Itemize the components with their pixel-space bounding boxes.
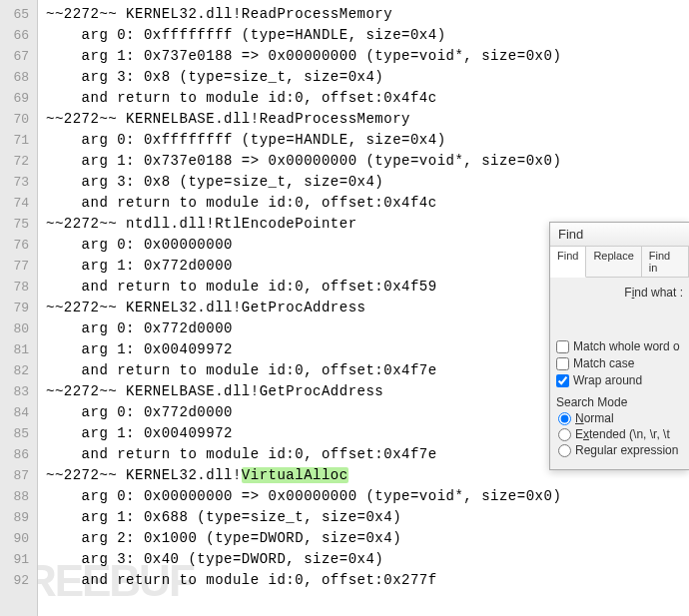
line-number: 65 (4, 4, 29, 25)
code-line[interactable]: arg 3: 0x8 (type=size_t, size=0x4) (46, 67, 689, 88)
code-line[interactable]: and return to module id:0, offset:0x4f4c (46, 193, 689, 214)
code-line[interactable]: arg 1: 0x737e0188 => 0x00000000 (type=vo… (46, 46, 689, 67)
code-line[interactable]: and return to module id:0, offset:0x277f (46, 570, 689, 591)
code-line[interactable]: ~~2272~~ KERNEL32.dll!ReadProcessMemory (46, 4, 689, 25)
line-number: 86 (4, 444, 29, 465)
line-number: 92 (4, 570, 29, 591)
line-number: 88 (4, 486, 29, 507)
line-number: 83 (4, 381, 29, 402)
line-number: 70 (4, 109, 29, 130)
code-line[interactable]: arg 2: 0x1000 (type=DWORD, size=0x4) (46, 528, 689, 549)
line-number: 81 (4, 339, 29, 360)
line-number-gutter: 6566676869707172737475767778798081828384… (0, 0, 38, 616)
line-number: 74 (4, 193, 29, 214)
match-case-checkbox[interactable]: Match case (556, 356, 683, 370)
match-whole-word-checkbox[interactable]: Match whole word o (556, 339, 683, 353)
line-number: 75 (4, 214, 29, 235)
line-number: 72 (4, 151, 29, 172)
code-line[interactable]: and return to module id:0, offset:0x4f4c (46, 88, 689, 109)
wrap-around-checkbox[interactable]: Wrap around (556, 373, 683, 387)
line-number: 80 (4, 318, 29, 339)
line-number: 71 (4, 130, 29, 151)
search-mode-extended-radio[interactable]: Extended (\n, \r, \t (558, 427, 683, 441)
radio-icon[interactable] (558, 428, 571, 441)
find-tab-find[interactable]: Find (550, 247, 586, 278)
search-mode-label: Search Mode (556, 395, 683, 409)
line-number: 91 (4, 549, 29, 570)
line-number: 85 (4, 423, 29, 444)
code-line[interactable]: arg 0: 0xffffffff (type=HANDLE, size=0x4… (46, 130, 689, 151)
find-tabs: FindReplaceFind in (550, 247, 689, 278)
line-number: 69 (4, 88, 29, 109)
code-line[interactable]: ~~2272~~ KERNELBASE.dll!ReadProcessMemor… (46, 109, 689, 130)
find-dialog-title: Find (550, 223, 689, 247)
code-line[interactable]: arg 3: 0x40 (type=DWORD, size=0x4) (46, 549, 689, 570)
line-number: 87 (4, 465, 29, 486)
find-dialog: Find FindReplaceFind in Find what : Matc… (549, 222, 689, 470)
line-number: 90 (4, 528, 29, 549)
line-number: 73 (4, 172, 29, 193)
find-tab-replace[interactable]: Replace (586, 247, 641, 277)
code-line[interactable]: arg 1: 0x737e0188 => 0x00000000 (type=vo… (46, 151, 689, 172)
line-number: 84 (4, 402, 29, 423)
line-number: 77 (4, 256, 29, 277)
checkbox-icon[interactable] (556, 374, 569, 387)
line-number: 66 (4, 25, 29, 46)
line-number: 76 (4, 235, 29, 256)
code-line[interactable]: arg 3: 0x8 (type=size_t, size=0x4) (46, 172, 689, 193)
checkbox-icon[interactable] (556, 340, 569, 353)
checkbox-icon[interactable] (556, 357, 569, 370)
line-number: 68 (4, 67, 29, 88)
radio-icon[interactable] (558, 412, 571, 425)
search-mode-regex-radio[interactable]: Regular expression (558, 443, 683, 457)
search-highlight: VirtualAlloc (242, 467, 348, 483)
line-number: 78 (4, 277, 29, 298)
find-tab-find-in[interactable]: Find in (642, 247, 689, 277)
code-line[interactable]: arg 0: 0x00000000 => 0x00000000 (type=vo… (46, 486, 689, 507)
search-mode-normal-radio[interactable]: Normal (558, 411, 683, 425)
find-body: Find what : Match whole word o Match cas… (550, 278, 689, 469)
line-number: 79 (4, 298, 29, 318)
code-line[interactable]: arg 0: 0xffffffff (type=HANDLE, size=0x4… (46, 25, 689, 46)
find-what-label: Find what : (556, 286, 683, 300)
radio-icon[interactable] (558, 444, 571, 457)
line-number: 67 (4, 46, 29, 67)
code-line[interactable]: arg 1: 0x688 (type=size_t, size=0x4) (46, 507, 689, 528)
line-number: 82 (4, 360, 29, 381)
line-number: 89 (4, 507, 29, 528)
